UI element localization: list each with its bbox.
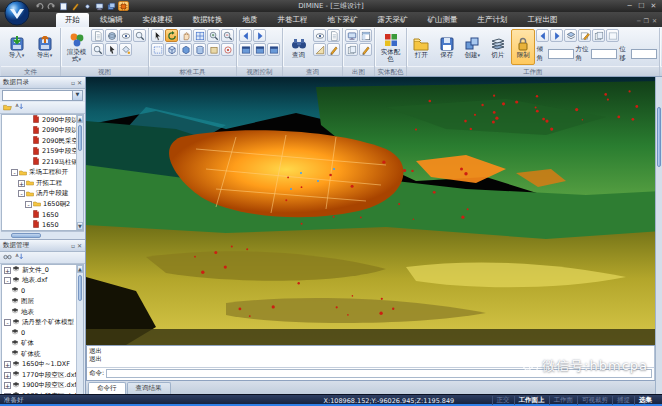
tree-item[interactable]: +1770中段空区.dxf xyxy=(2,370,83,381)
tree-item[interactable]: -采场工程和开 xyxy=(2,168,83,179)
pen-icon[interactable] xyxy=(359,43,372,56)
tree-item[interactable]: 0 xyxy=(2,286,83,297)
minimize-button[interactable]: ─ xyxy=(625,2,634,10)
tab-生产计划[interactable]: 生产计划 xyxy=(469,13,517,27)
tree-item[interactable]: +开拓工程 xyxy=(2,178,83,189)
tab-实体建模[interactable]: 实体建模 xyxy=(134,13,182,27)
field-input-方位角[interactable] xyxy=(591,49,617,59)
tree-item[interactable]: 图层 xyxy=(2,297,83,308)
monitor-icon[interactable] xyxy=(94,1,105,11)
sort-icon[interactable]: A xyxy=(15,252,24,263)
blank-icon[interactable] xyxy=(606,29,619,42)
command-tab-查询结果[interactable]: 查询结果 xyxy=(127,382,171,394)
tree-item[interactable]: 2090民采空 xyxy=(2,136,83,147)
status-toggle-可视裁剪[interactable]: 可视裁剪 xyxy=(577,396,612,405)
viewport-vscrollbar[interactable] xyxy=(655,77,662,394)
eye-icon[interactable] xyxy=(119,29,132,42)
arrow-left-icon[interactable] xyxy=(536,29,549,42)
status-toggle-工作面[interactable]: 工作面 xyxy=(549,396,578,405)
tree-item[interactable]: -1650硐2 xyxy=(2,199,83,210)
tree-item[interactable]: +1650中~1.DXF xyxy=(2,360,83,371)
tab-矿山测量[interactable]: 矿山测量 xyxy=(419,13,467,27)
tree-item[interactable]: 矿体统 xyxy=(2,349,83,360)
open-folder-icon[interactable] xyxy=(3,102,12,113)
field-input-位移[interactable] xyxy=(631,49,657,59)
cursor-icon[interactable] xyxy=(105,43,118,56)
button-创建[interactable]: 创建 xyxy=(460,29,484,65)
status-toggle-捕捉[interactable]: 捕捉 xyxy=(612,396,634,405)
tab-露天采矿[interactable]: 露天采矿 xyxy=(369,13,417,27)
button-限制[interactable]: 限制 xyxy=(511,29,535,65)
tree-item[interactable]: +新文件_0 xyxy=(2,265,83,276)
win-blue-icon[interactable] xyxy=(267,43,280,56)
close-panel-icon[interactable]: ✕ xyxy=(77,242,82,249)
pin-icon[interactable]: ▫ xyxy=(71,79,75,86)
zoom-in-icon[interactable] xyxy=(207,29,220,42)
catalog-filter-combobox[interactable]: ▼ xyxy=(2,90,83,101)
status-toggle-选集[interactable]: 选集 xyxy=(634,396,656,405)
tab-地质[interactable]: 地质 xyxy=(234,13,267,27)
tree-item[interactable]: -汤丹中段建 xyxy=(2,189,83,200)
collapse-icon[interactable]: - xyxy=(18,190,25,197)
button-实体配色[interactable]: 实体配色 xyxy=(377,29,404,65)
tree-item[interactable]: -地表.dxf xyxy=(2,276,83,287)
tree-item[interactable]: -汤丹整个矿体模型 xyxy=(2,318,83,329)
cpu-icon[interactable] xyxy=(118,1,129,11)
expand-icon[interactable]: + xyxy=(4,267,11,274)
tab-数据转换[interactable]: 数据转换 xyxy=(184,13,232,27)
tree-item[interactable]: 矿体 xyxy=(2,339,83,350)
status-toggle-工作面上[interactable]: 工作面上 xyxy=(514,396,549,405)
undo-icon[interactable] xyxy=(34,1,45,11)
glasses-icon[interactable] xyxy=(3,252,12,263)
cube-icon[interactable] xyxy=(165,43,178,56)
mdi-restore-button[interactable]: ❐ xyxy=(644,17,649,24)
tab-地下采矿[interactable]: 地下采矿 xyxy=(319,13,367,27)
expand-icon[interactable]: + xyxy=(4,361,11,368)
magnifier-icon[interactable] xyxy=(133,29,146,42)
tree-item[interactable]: 2090中段以 xyxy=(2,126,83,137)
bucket-icon[interactable] xyxy=(119,43,132,56)
button-切片[interactable]: 切片 xyxy=(485,29,509,65)
chevron-down-icon[interactable]: ▼ xyxy=(72,91,82,100)
arrow-right-icon[interactable] xyxy=(550,29,563,42)
collapse-icon[interactable]: - xyxy=(4,277,11,284)
zoom-out-icon[interactable] xyxy=(221,29,234,42)
close-button[interactable]: ✕ xyxy=(649,2,658,10)
button-导出[interactable]: 导出 xyxy=(31,29,58,65)
expand-icon[interactable]: + xyxy=(18,180,25,187)
expand-icon[interactable]: + xyxy=(4,382,11,389)
windows-icon[interactable] xyxy=(106,1,117,11)
tree-item[interactable]: 1650 xyxy=(2,220,83,231)
tree-item[interactable]: 地表 xyxy=(2,307,83,318)
close-panel-icon[interactable]: ✕ xyxy=(77,79,82,86)
marquee-icon[interactable] xyxy=(151,43,164,56)
tree-item[interactable]: 2159中段空 xyxy=(2,147,83,158)
mdi-close-button[interactable]: ✕ xyxy=(652,17,657,24)
page-icon[interactable] xyxy=(91,29,104,42)
magnifier-icon[interactable] xyxy=(91,43,104,56)
pen-icon[interactable] xyxy=(327,43,340,56)
shaded-icon[interactable] xyxy=(179,43,192,56)
eye-icon[interactable] xyxy=(313,29,326,42)
tree-item[interactable]: +1900中段空区.dxf xyxy=(2,381,83,392)
win-blue-icon[interactable] xyxy=(239,43,252,56)
tab-井巷工程[interactable]: 井巷工程 xyxy=(269,13,317,27)
monitor-icon[interactable] xyxy=(345,29,358,42)
button-保存[interactable]: 保存 xyxy=(434,29,458,65)
arrow-left-icon[interactable] xyxy=(239,29,252,42)
sphere-icon[interactable] xyxy=(105,29,118,42)
doc-icon[interactable] xyxy=(58,1,69,11)
redo-icon[interactable] xyxy=(46,1,57,11)
copy2-icon[interactable] xyxy=(592,29,605,42)
layout-icon[interactable] xyxy=(359,29,372,42)
command-tab-命令行[interactable]: 命令行 xyxy=(88,382,126,394)
collapse-icon[interactable]: - xyxy=(25,201,32,208)
arrow-right-icon[interactable] xyxy=(253,29,266,42)
button-导入[interactable]: 导入 xyxy=(3,29,30,65)
status-toggle-正交[interactable]: 正交 xyxy=(492,396,514,405)
box-icon[interactable] xyxy=(207,43,220,56)
tree-vscrollbar[interactable]: ▲▼ xyxy=(76,115,83,230)
catalog-hscrollbar[interactable] xyxy=(1,231,84,239)
page-icon[interactable] xyxy=(327,29,340,42)
dot-icon[interactable] xyxy=(82,1,93,11)
